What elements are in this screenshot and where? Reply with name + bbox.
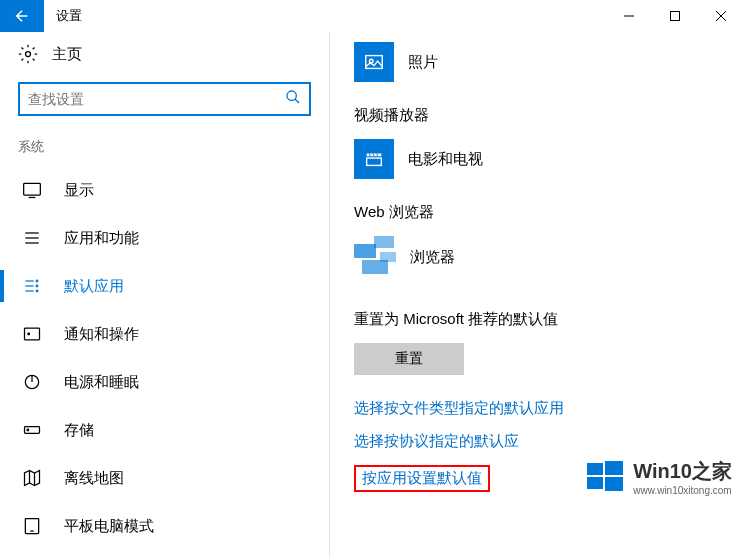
svg-rect-36	[605, 461, 623, 475]
svg-rect-35	[587, 463, 603, 475]
nav-item-notifications[interactable]: 通知和操作	[0, 310, 329, 358]
photos-tile-icon	[354, 42, 394, 82]
video-player-heading: 视频播放器	[354, 106, 720, 125]
nav-label: 通知和操作	[64, 325, 139, 344]
nav-item-storage[interactable]: 存储	[0, 406, 329, 454]
svg-point-5	[287, 91, 296, 100]
browser-app-name: 浏览器	[410, 248, 455, 267]
nav-label: 电源和睡眠	[64, 373, 139, 392]
back-button[interactable]	[0, 0, 44, 32]
storage-icon	[22, 420, 42, 440]
tablet-icon	[22, 516, 42, 536]
win10-logo-icon	[585, 457, 625, 497]
link-by-app[interactable]: 按应用设置默认值	[354, 465, 490, 492]
photos-app-name: 照片	[408, 53, 438, 72]
maps-icon	[22, 468, 42, 488]
svg-point-16	[36, 285, 38, 287]
nav-label: 平板电脑模式	[64, 517, 154, 536]
link-by-filetype[interactable]: 选择按文件类型指定的默认应用	[354, 399, 564, 418]
svg-point-15	[36, 280, 38, 282]
svg-point-19	[28, 333, 30, 335]
nav-item-power[interactable]: 电源和睡眠	[0, 358, 329, 406]
nav-item-tablet[interactable]: 平板电脑模式	[0, 502, 329, 550]
home-label: 主页	[52, 45, 82, 64]
svg-point-17	[36, 290, 38, 292]
minimize-button[interactable]	[606, 0, 652, 32]
reset-heading: 重置为 Microsoft 推荐的默认值	[354, 310, 720, 329]
watermark-url: www.win10xitong.com	[633, 485, 732, 496]
svg-line-6	[295, 99, 299, 103]
default-video-app[interactable]: 电影和电视	[354, 139, 720, 179]
maximize-button[interactable]	[652, 0, 698, 32]
nav-section-label: 系统	[0, 132, 329, 166]
display-icon	[22, 180, 42, 200]
reset-button[interactable]: 重置	[354, 343, 464, 375]
nav-label: 应用和功能	[64, 229, 139, 248]
home-link[interactable]: 主页	[0, 32, 329, 76]
apps-icon	[22, 228, 42, 248]
nav-label: 默认应用	[64, 277, 124, 296]
default-photos-app[interactable]: 照片	[354, 42, 720, 82]
watermark-text: Win10之家	[633, 458, 732, 485]
svg-point-23	[27, 429, 29, 431]
default-browser-app[interactable]: 浏览器	[354, 236, 720, 278]
nav-item-maps[interactable]: 离线地图	[0, 454, 329, 502]
svg-rect-38	[605, 477, 623, 491]
power-icon	[22, 372, 42, 392]
notifications-icon	[22, 324, 42, 344]
close-button[interactable]	[698, 0, 744, 32]
window-title: 设置	[44, 7, 606, 25]
search-box[interactable]	[18, 82, 311, 116]
nav-label: 显示	[64, 181, 94, 200]
movies-tile-icon	[354, 139, 394, 179]
default-apps-icon	[22, 276, 42, 296]
svg-rect-7	[24, 183, 41, 195]
svg-point-4	[26, 52, 31, 57]
svg-rect-1	[671, 12, 680, 21]
video-app-name: 电影和电视	[408, 150, 483, 169]
nav-item-default-apps[interactable]: 默认应用	[0, 262, 329, 310]
nav-label: 存储	[64, 421, 94, 440]
svg-rect-18	[25, 328, 40, 340]
nav-label: 离线地图	[64, 469, 124, 488]
svg-rect-31	[367, 158, 382, 165]
search-input[interactable]	[28, 91, 285, 107]
browser-tile-icon	[354, 236, 396, 278]
gear-icon	[18, 44, 38, 64]
watermark: Win10之家 www.win10xitong.com	[585, 457, 732, 497]
nav-item-apps[interactable]: 应用和功能	[0, 214, 329, 262]
link-by-protocol[interactable]: 选择按协议指定的默认应	[354, 432, 519, 451]
web-browser-heading: Web 浏览器	[354, 203, 720, 222]
search-icon	[285, 89, 301, 109]
svg-rect-37	[587, 477, 603, 489]
nav-item-display[interactable]: 显示	[0, 166, 329, 214]
